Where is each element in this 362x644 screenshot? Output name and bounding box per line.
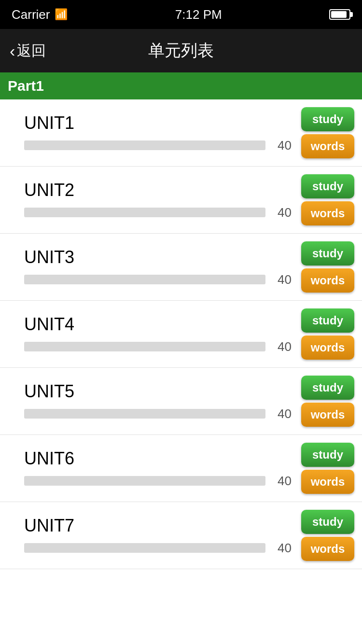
unit-content-unit1: UNIT1 40 [0, 113, 301, 153]
progress-bar-bg-unit4 [24, 342, 265, 351]
status-bar: Carrier 📶 7:12 PM [0, 0, 362, 29]
unit-name-unit5: UNIT5 [24, 381, 292, 402]
words-button-unit3[interactable]: words [301, 268, 354, 293]
back-button[interactable]: ‹ 返回 [10, 41, 46, 61]
progress-bar-bg-unit2 [24, 208, 265, 217]
progress-row-unit6: 40 [24, 474, 292, 489]
unit-content-unit4: UNIT4 40 [0, 314, 301, 354]
progress-row-unit4: 40 [24, 339, 292, 354]
progress-count-unit6: 40 [272, 474, 292, 489]
unit-item-unit3: UNIT3 40 study words [0, 234, 362, 301]
progress-bar-bg-unit6 [24, 476, 265, 486]
part-header: Part1 [0, 72, 362, 99]
unit-buttons-unit6: study words [301, 443, 362, 494]
unit-name-unit7: UNIT7 [24, 516, 292, 536]
study-button-unit3[interactable]: study [301, 241, 354, 266]
unit-buttons-unit2: study words [301, 174, 362, 225]
unit-name-unit1: UNIT1 [24, 113, 292, 133]
words-button-unit4[interactable]: words [301, 336, 354, 360]
unit-content-unit5: UNIT5 40 [0, 381, 301, 421]
progress-bar-bg-unit7 [24, 543, 265, 553]
study-button-unit1[interactable]: study [301, 107, 354, 131]
unit-content-unit2: UNIT2 40 [0, 180, 301, 220]
progress-row-unit5: 40 [24, 406, 292, 421]
progress-bar-bg-unit5 [24, 409, 265, 419]
back-label: 返回 [17, 41, 46, 61]
unit-item-unit2: UNIT2 40 study words [0, 167, 362, 234]
progress-count-unit5: 40 [272, 406, 292, 421]
progress-bar-bg-unit3 [24, 275, 265, 284]
progress-row-unit7: 40 [24, 541, 292, 556]
progress-count-unit1: 40 [272, 138, 292, 153]
unit-item-unit7: UNIT7 40 study words [0, 502, 362, 569]
page-title: 单元列表 [148, 40, 214, 62]
words-button-unit7[interactable]: words [301, 537, 354, 561]
part-label: Part1 [8, 78, 44, 94]
unit-item-unit6: UNIT6 40 study words [0, 435, 362, 502]
wifi-icon: 📶 [55, 8, 68, 21]
study-button-unit6[interactable]: study [301, 443, 354, 467]
unit-list: UNIT1 40 study words UNIT2 [0, 99, 362, 569]
battery-icon [329, 9, 350, 20]
back-arrow-icon: ‹ [10, 42, 15, 59]
words-button-unit1[interactable]: words [301, 134, 354, 158]
time-label: 7:12 PM [175, 7, 222, 22]
progress-count-unit2: 40 [272, 205, 292, 220]
status-left: Carrier 📶 [12, 7, 68, 22]
progress-count-unit4: 40 [272, 339, 292, 354]
unit-name-unit3: UNIT3 [24, 247, 292, 267]
study-button-unit5[interactable]: study [301, 376, 354, 400]
study-button-unit2[interactable]: study [301, 174, 354, 198]
progress-row-unit2: 40 [24, 205, 292, 220]
unit-content-unit7: UNIT7 40 [0, 516, 301, 556]
study-button-unit7[interactable]: study [301, 510, 354, 534]
words-button-unit6[interactable]: words [301, 470, 354, 494]
words-button-unit2[interactable]: words [301, 201, 354, 225]
progress-row-unit1: 40 [24, 138, 292, 153]
unit-name-unit6: UNIT6 [24, 448, 292, 469]
unit-item-unit4: UNIT4 40 study words [0, 301, 362, 368]
unit-item-unit1: UNIT1 40 study words [0, 99, 362, 167]
unit-buttons-unit7: study words [301, 510, 362, 561]
study-button-unit4[interactable]: study [301, 308, 354, 333]
progress-bar-bg-unit1 [24, 140, 265, 150]
progress-row-unit3: 40 [24, 272, 292, 287]
unit-item-unit5: UNIT5 40 study words [0, 368, 362, 435]
unit-content-unit6: UNIT6 40 [0, 448, 301, 489]
unit-content-unit3: UNIT3 40 [0, 247, 301, 287]
progress-count-unit7: 40 [272, 541, 292, 556]
unit-buttons-unit5: study words [301, 376, 362, 427]
unit-name-unit2: UNIT2 [24, 180, 292, 200]
unit-buttons-unit1: study words [301, 107, 362, 158]
carrier-label: Carrier [12, 7, 50, 22]
unit-name-unit4: UNIT4 [24, 314, 292, 335]
progress-count-unit3: 40 [272, 272, 292, 287]
words-button-unit5[interactable]: words [301, 403, 354, 427]
unit-buttons-unit4: study words [301, 308, 362, 360]
nav-bar: ‹ 返回 单元列表 [0, 29, 362, 72]
unit-buttons-unit3: study words [301, 241, 362, 293]
